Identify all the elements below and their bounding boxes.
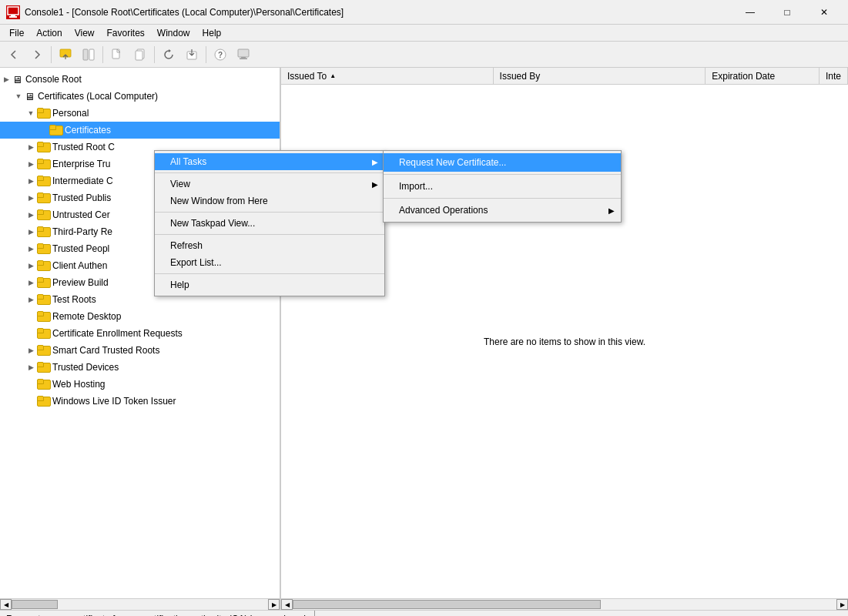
col-expiration[interactable]: Expiration Date xyxy=(706,68,820,84)
ctx-help[interactable]: Help xyxy=(155,276,384,293)
toolbar-sep-3 xyxy=(154,46,155,63)
forward-button[interactable] xyxy=(26,44,48,65)
expand-console-root[interactable] xyxy=(0,73,12,85)
menu-favorites[interactable]: Favorites xyxy=(101,26,151,40)
refresh-button[interactable] xyxy=(158,44,179,65)
tree-label-untrusted-cer: Untrusted Cer xyxy=(52,209,110,220)
folder-icon-personal xyxy=(37,108,49,119)
col-inte[interactable]: Inte xyxy=(820,68,848,84)
expand-intermediate[interactable] xyxy=(25,175,37,187)
expand-preview-build[interactable] xyxy=(25,276,37,289)
show-hide-button[interactable] xyxy=(78,44,99,65)
console-button[interactable] xyxy=(233,44,254,65)
tree-item-certs-local[interactable]: 🖥 Certificates (Local Computer) xyxy=(0,88,280,105)
expand-trusted-peopl[interactable] xyxy=(25,243,37,255)
back-button[interactable] xyxy=(3,44,25,65)
tree-label-test-roots: Test Roots xyxy=(52,294,96,305)
svg-rect-15 xyxy=(240,58,247,59)
expand-third-party-re[interactable] xyxy=(25,226,37,238)
menu-file[interactable]: File xyxy=(3,26,30,40)
tree-item-trusted-devices[interactable]: Trusted Devices xyxy=(0,359,280,376)
menu-window[interactable]: Window xyxy=(151,26,196,40)
main-area: 🖥 Console Root 🖥 Certificates (Local Com… xyxy=(0,68,848,598)
ctx-export-list[interactable]: Export List... xyxy=(155,254,384,271)
pane-bottom: ◀ ▶ ◀ ▶ xyxy=(0,598,848,610)
folder-icon-certs xyxy=(49,125,62,136)
svg-text:?: ? xyxy=(218,51,223,59)
maximize-button[interactable]: □ xyxy=(769,2,805,23)
expand-client-authen[interactable] xyxy=(25,259,37,272)
empty-message: There are no items to show in this view. xyxy=(484,336,645,347)
folder-icon-intermediate xyxy=(37,176,49,186)
new-button[interactable] xyxy=(106,44,128,65)
submenu-import[interactable]: Import... xyxy=(384,177,621,196)
svg-rect-3 xyxy=(9,16,17,18)
expand-enterprise-tru[interactable] xyxy=(25,158,37,170)
toolbar: ? xyxy=(0,42,848,68)
ctx-refresh[interactable]: Refresh xyxy=(155,237,384,254)
expand-certs-local[interactable] xyxy=(12,90,25,102)
ctx-new-taskpad[interactable]: New Taskpad View... xyxy=(155,215,384,232)
expand-certs xyxy=(37,124,49,136)
expand-trusted-devices[interactable] xyxy=(25,361,37,373)
folder-icon-windows-live xyxy=(37,396,49,407)
right-scroll-left-arrow[interactable]: ◀ xyxy=(281,599,293,610)
tree-item-personal[interactable]: Personal xyxy=(0,105,280,122)
ctx-view[interactable]: View ▶ xyxy=(155,176,384,192)
up-button[interactable] xyxy=(55,44,76,65)
tree-item-web-hosting[interactable]: Web Hosting xyxy=(0,376,280,393)
col-issued-by[interactable]: Issued By xyxy=(494,68,706,84)
expand-trusted-publis[interactable] xyxy=(25,192,37,204)
expand-smart-card[interactable] xyxy=(25,344,37,357)
copy-button[interactable] xyxy=(129,44,151,65)
right-scroll: ◀ ▶ xyxy=(281,599,848,610)
status-divider xyxy=(314,611,315,616)
scroll-right-arrow[interactable]: ▶ xyxy=(268,599,280,610)
submenu-request-new[interactable]: Request New Certificate... xyxy=(384,153,621,172)
export-button[interactable] xyxy=(181,44,203,65)
menu-view[interactable]: View xyxy=(69,26,101,40)
minimize-button[interactable]: — xyxy=(732,2,768,23)
svg-rect-14 xyxy=(241,57,246,59)
tree-item-cert-enrollment[interactable]: Certificate Enrollment Requests xyxy=(0,325,280,342)
submenu-sep-2 xyxy=(384,198,621,199)
tree-item-windows-live[interactable]: Windows Live ID Token Issuer xyxy=(0,393,280,410)
ctx-all-tasks[interactable]: All Tasks ▶ xyxy=(155,153,384,170)
menu-action[interactable]: Action xyxy=(30,26,68,40)
expand-untrusted-cer[interactable] xyxy=(25,209,37,221)
expand-personal[interactable] xyxy=(25,107,37,119)
submenu-advanced-ops[interactable]: Advanced Operations ▶ xyxy=(384,201,621,219)
tree-label-enterprise-tru: Enterprise Tru xyxy=(52,159,110,169)
folder-icon-smart-card xyxy=(37,345,49,356)
scroll-left-arrow[interactable]: ◀ xyxy=(0,599,12,610)
tree-label-web-hosting: Web Hosting xyxy=(52,379,105,390)
left-scroll-track[interactable] xyxy=(12,599,268,610)
help-toolbar-button[interactable]: ? xyxy=(209,44,231,65)
app-icon xyxy=(6,5,20,19)
menu-help[interactable]: Help xyxy=(196,26,228,40)
tree-item-console-root[interactable]: 🖥 Console Root xyxy=(0,71,280,88)
context-menu: All Tasks ▶ View ▶ New Window from Here … xyxy=(154,150,385,296)
tree-pane: 🖥 Console Root 🖥 Certificates (Local Com… xyxy=(0,68,281,598)
svg-rect-5 xyxy=(83,49,88,60)
col-issued-to[interactable]: Issued To ▲ xyxy=(281,68,494,84)
ctx-new-window[interactable]: New Window from Here xyxy=(155,192,384,209)
folder-icon-enterprise-tru xyxy=(37,159,49,169)
tree-label-personal: Personal xyxy=(52,108,89,119)
tree-label-windows-live: Windows Live ID Token Issuer xyxy=(52,396,176,407)
expand-windows-live xyxy=(25,395,37,407)
expand-trusted-root[interactable] xyxy=(25,141,37,153)
right-scroll-thumb[interactable] xyxy=(293,600,601,609)
close-button[interactable]: ✕ xyxy=(806,2,842,23)
folder-icon-test-roots xyxy=(37,294,49,305)
tree-item-remote-desktop[interactable]: Remote Desktop xyxy=(0,308,280,325)
tree-item-certs[interactable]: Certificates xyxy=(0,122,280,139)
ctx-all-tasks-arrow: ▶ xyxy=(372,158,378,166)
left-scroll: ◀ ▶ xyxy=(0,599,281,610)
ctx-export-list-label: Export List... xyxy=(170,257,222,268)
right-scroll-right-arrow[interactable]: ▶ xyxy=(836,599,848,610)
tree-item-smart-card[interactable]: Smart Card Trusted Roots xyxy=(0,342,280,359)
left-scroll-thumb[interactable] xyxy=(12,600,58,609)
right-scroll-track[interactable] xyxy=(293,599,836,610)
expand-test-roots[interactable] xyxy=(25,293,37,306)
